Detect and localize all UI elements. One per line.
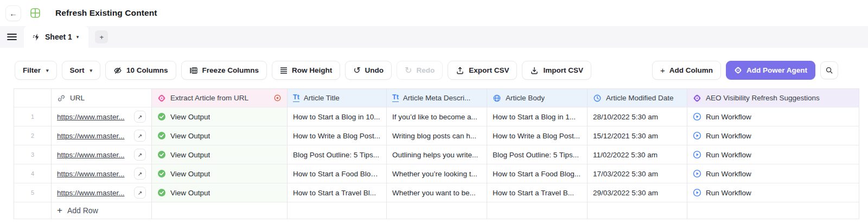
modified-date-cell[interactable]: 17/03/2022 5:30 am (588, 164, 687, 183)
columns-button[interactable]: 10 Columns (105, 61, 176, 80)
run-workflow-link[interactable]: Run Workflow (706, 132, 751, 140)
article-title-cell[interactable]: How to Start a Travel Bl... (288, 183, 387, 202)
cell-text: How to Start a Blog in 1... (493, 113, 576, 121)
extract-output-cell[interactable]: View Output (152, 126, 288, 145)
add-column-button[interactable]: + Add Column (652, 61, 721, 80)
add-row-cell[interactable]: + Add Row (52, 202, 152, 219)
freeze-columns-button[interactable]: Freeze Columns (181, 61, 267, 80)
record-target-icon[interactable] (273, 94, 282, 102)
article-title-cell[interactable]: How to Write a Blog Post... (288, 126, 387, 145)
run-workflow-link[interactable]: Run Workflow (706, 113, 751, 121)
top-bar: ← Refresh Existing Content (0, 0, 868, 26)
filter-button[interactable]: Filter ▾ (15, 61, 57, 80)
undo-button[interactable]: ↺ Undo (345, 61, 392, 80)
article-body-cell[interactable]: How to Start a Food Blog... (487, 164, 588, 183)
view-output-link[interactable]: View Output (170, 170, 210, 178)
text-type-icon: Tt (392, 94, 399, 102)
article-body-cell[interactable]: Blog Post Outline: 5 Tips... (487, 145, 588, 164)
url-link[interactable]: https://www.master... (57, 132, 125, 140)
power-agent-icon (734, 66, 742, 74)
chevron-down-icon: ▾ (76, 34, 79, 40)
article-body-cell[interactable]: How to Start a Travel B... (487, 183, 588, 202)
play-circle-icon[interactable] (693, 131, 701, 140)
aeo-cell[interactable]: Run Workflow (687, 145, 859, 164)
article-title-cell[interactable]: How to Start a Blog in 10... (288, 107, 387, 126)
modified-date-cell[interactable]: 15/12/2021 5:30 am (588, 126, 687, 145)
cell-text: Blog Post Outline: 5 Tips... (493, 151, 579, 159)
search-button[interactable] (820, 61, 838, 79)
run-workflow-link[interactable]: Run Workflow (706, 189, 751, 197)
article-title-cell[interactable]: Blog Post Outline: 5 Tips... (288, 145, 387, 164)
aeo-cell[interactable]: Run Workflow (687, 126, 859, 145)
tab-sheet-1[interactable]: Sheet 1 ▾ (24, 26, 88, 48)
article-body-cell[interactable]: How to Write a Blog Post... (487, 126, 588, 145)
aeo-cell[interactable]: Run Workflow (687, 183, 859, 202)
play-circle-icon[interactable] (693, 150, 701, 159)
play-circle-icon[interactable] (693, 169, 701, 178)
url-link[interactable]: https://www.master... (57, 189, 125, 197)
back-button[interactable]: ← (5, 5, 21, 21)
row-height-button[interactable]: Row Height (272, 61, 340, 80)
open-link-button[interactable]: ↗ (134, 111, 146, 123)
view-output-link[interactable]: View Output (170, 132, 210, 140)
column-header-aeo-suggestions[interactable]: AEO Visibility Refresh Suggestions (687, 88, 859, 107)
run-workflow-link[interactable]: Run Workflow (706, 151, 751, 159)
add-row-button[interactable]: + Add Row (57, 205, 98, 216)
open-link-button[interactable]: ↗ (134, 130, 146, 142)
url-cell[interactable]: https://www.master... ↗ (52, 126, 152, 145)
article-meta-cell[interactable]: Writing blog posts can h... (387, 126, 487, 145)
article-meta-cell[interactable]: Whether you’re looking t... (387, 164, 487, 183)
redo-button[interactable]: ↻ Redo (397, 61, 443, 80)
extract-output-cell[interactable]: View Output (152, 145, 288, 164)
open-link-button[interactable]: ↗ (134, 149, 146, 161)
open-link-button[interactable]: ↗ (134, 187, 146, 199)
external-link-icon: ↗ (138, 133, 142, 139)
check-circle-icon (157, 131, 166, 140)
import-csv-button[interactable]: Import CSV (522, 61, 591, 80)
modified-date-cell[interactable]: 11/02/2022 5:30 am (588, 145, 687, 164)
play-circle-icon[interactable] (693, 112, 701, 121)
add-sheet-button[interactable]: + (95, 30, 108, 43)
column-header-article-body[interactable]: Article Body (487, 88, 588, 107)
article-body-cell[interactable]: How to Start a Blog in 1... (487, 107, 588, 126)
column-header-modified-date[interactable]: Article Modified Date (588, 88, 687, 107)
column-header-extract-article[interactable]: Extract Article from URL (152, 88, 288, 107)
column-header-article-title[interactable]: Tt Article Title (288, 88, 387, 107)
url-link[interactable]: https://www.master... (57, 170, 125, 178)
clock-icon (593, 94, 602, 103)
modified-date-cell[interactable]: 28/10/2022 5:30 am (588, 107, 687, 126)
extract-output-cell[interactable]: View Output (152, 164, 288, 183)
view-output-link[interactable]: View Output (170, 151, 210, 159)
redo-label: Redo (416, 66, 435, 74)
article-meta-cell[interactable]: Whether you want to be... (387, 183, 487, 202)
article-title-cell[interactable]: How to Start a Food Blog... (288, 164, 387, 183)
extract-output-cell[interactable]: View Output (152, 183, 288, 202)
cell-text: Writing blog posts can h... (392, 132, 476, 140)
add-power-agent-button[interactable]: Add Power Agent (726, 61, 815, 80)
article-meta-cell[interactable]: Outlining helps you write... (387, 145, 487, 164)
extract-output-cell[interactable]: View Output (152, 107, 288, 126)
play-circle-icon[interactable] (693, 188, 701, 197)
cell-text: How to Start a Food Blog... (493, 170, 580, 178)
column-header-article-meta[interactable]: Tt Article Meta Descri... (387, 88, 487, 107)
aeo-cell[interactable]: Run Workflow (687, 164, 859, 183)
view-output-link[interactable]: View Output (170, 189, 210, 197)
url-link[interactable]: https://www.master... (57, 113, 125, 121)
url-cell[interactable]: https://www.master... ↗ (52, 183, 152, 202)
url-cell[interactable]: https://www.master... ↗ (52, 164, 152, 183)
url-link[interactable]: https://www.master... (57, 151, 125, 159)
run-workflow-link[interactable]: Run Workflow (706, 170, 751, 178)
article-meta-cell[interactable]: If you’d like to become a... (387, 107, 487, 126)
cell-text: How to Start a Food Blog... (293, 170, 381, 178)
menu-icon[interactable] (0, 26, 24, 48)
sort-button[interactable]: Sort ▾ (62, 61, 101, 80)
aeo-cell[interactable]: Run Workflow (687, 107, 859, 126)
url-cell[interactable]: https://www.master... ↗ (52, 145, 152, 164)
view-output-link[interactable]: View Output (170, 113, 210, 121)
export-csv-button[interactable]: Export CSV (448, 61, 517, 80)
column-header-url[interactable]: URL (52, 88, 152, 107)
modified-date-cell[interactable]: 29/03/2022 5:30 am (588, 183, 687, 202)
open-link-button[interactable]: ↗ (134, 168, 146, 180)
url-cell[interactable]: https://www.master... ↗ (52, 107, 152, 126)
export-csv-label: Export CSV (469, 66, 509, 74)
